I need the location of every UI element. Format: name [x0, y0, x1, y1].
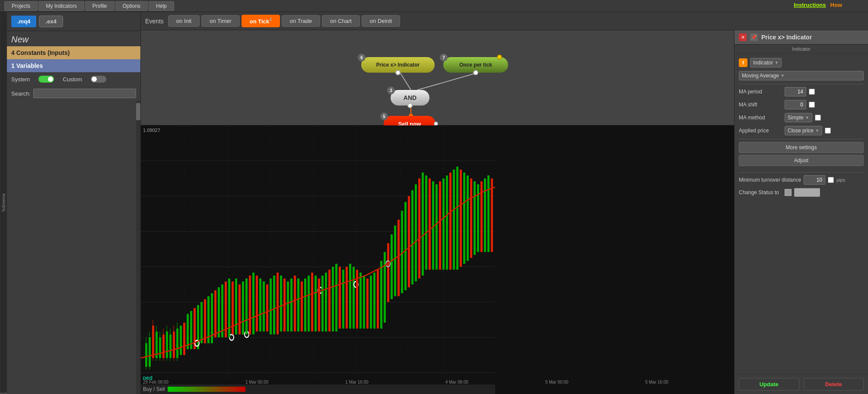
tab-on-chart[interactable]: on Chart: [322, 15, 360, 27]
tab-on-trade[interactable]: on Trade: [282, 15, 320, 27]
node-6-number: 6: [358, 54, 366, 61]
svg-rect-110: [408, 196, 410, 287]
update-button[interactable]: Update: [739, 378, 799, 391]
date-0: 29 Feb 08:00: [143, 380, 169, 384]
node-and[interactable]: 3 AND: [391, 90, 429, 106]
svg-rect-40: [187, 314, 189, 349]
panel-title: Price x> Indicator: [761, 34, 812, 41]
system-label: System: [11, 76, 30, 83]
menu-profile[interactable]: Profile: [85, 1, 114, 11]
indicator-dropdown-arrow: ▼: [775, 61, 779, 65]
separator-2: [739, 139, 864, 139]
node-price-indicator[interactable]: 6 Price x> Indicator: [361, 57, 435, 73]
ex4-button[interactable]: .ex4: [39, 16, 63, 27]
svg-line-0: [400, 73, 411, 90]
min-turnover-input[interactable]: [804, 175, 825, 185]
tab-tick-number: 4: [269, 17, 272, 22]
svg-rect-73: [290, 279, 293, 332]
panel-footer: Update Delete: [734, 374, 868, 394]
change-status-checkbox[interactable]: [785, 189, 792, 196]
events-label: Events: [145, 18, 164, 25]
tab-on-init[interactable]: on Init: [168, 15, 200, 27]
svg-rect-75: [297, 279, 299, 332]
tab-on-timer[interactable]: on Timer: [201, 15, 240, 27]
svg-rect-70: [280, 275, 282, 331]
date-1: 1 Mar 00:00: [245, 380, 268, 384]
ma-shift-checkbox[interactable]: [809, 102, 815, 108]
panel-pin-button[interactable]: 📌: [750, 33, 758, 41]
constants-section[interactable]: 4 Constants (Inputs): [7, 46, 140, 59]
separator-1: [739, 84, 864, 84]
delete-button[interactable]: Delete: [804, 378, 864, 391]
search-input[interactable]: [33, 89, 136, 98]
indicator-icon: f: [739, 58, 747, 67]
ma-shift-input[interactable]: [785, 100, 806, 109]
ma-type-row: Moving Average ▼: [739, 71, 864, 80]
system-toggle-knob: [48, 77, 53, 82]
toggle-row: System Custom: [7, 72, 140, 86]
mq4-button[interactable]: .mq4: [11, 16, 36, 27]
search-row: Search:: [7, 86, 140, 101]
svg-line-1: [417, 73, 478, 90]
top-right-links: Instructions How: [794, 2, 842, 8]
scrollbar-thumb[interactable]: [136, 103, 140, 120]
node-once-per-tick-output: [473, 70, 478, 75]
how-link[interactable]: How: [830, 2, 842, 8]
ma-type-dropdown[interactable]: Moving Average ▼: [739, 71, 864, 80]
svg-rect-132: [484, 179, 486, 252]
svg-rect-116: [429, 179, 431, 270]
date-4: 5 Mar 00:00: [545, 380, 568, 384]
tab-on-tick[interactable]: on Tick4: [242, 15, 280, 27]
svg-rect-77: [304, 279, 306, 332]
system-toggle[interactable]: [38, 76, 54, 83]
variables-section[interactable]: 1 Variables: [7, 59, 140, 72]
node-7-number: 7: [440, 54, 448, 61]
panel-close-button[interactable]: ✕: [739, 33, 747, 41]
ma-method-dropdown[interactable]: Simple ▼: [785, 113, 812, 122]
node-and-label: AND: [404, 94, 417, 101]
svg-rect-114: [422, 173, 424, 275]
tab-on-deinit[interactable]: on Deinit: [362, 15, 400, 27]
sidebar-scroll: [7, 101, 140, 394]
svg-rect-58: [238, 285, 241, 335]
svg-rect-51: [214, 290, 216, 337]
price-label: 1.09027: [143, 128, 160, 133]
ma-method-row: MA method Simple ▼: [739, 113, 864, 122]
min-turnover-label: Minimum turnover distance: [739, 177, 801, 183]
buysell-indicator: [168, 387, 245, 392]
svg-rect-69: [277, 272, 279, 334]
menu-help[interactable]: Help: [149, 1, 174, 11]
min-turnover-row: Minimum turnover distance pips: [739, 175, 864, 185]
node-price-indicator-label: Price x> Indicator: [376, 62, 420, 68]
search-label: Search:: [11, 90, 31, 97]
svg-rect-124: [456, 167, 458, 269]
change-status-input[interactable]: [794, 188, 820, 197]
svg-rect-113: [418, 179, 420, 279]
svg-rect-88: [339, 267, 341, 329]
scrollbar-track[interactable]: [136, 101, 140, 394]
ma-period-input[interactable]: [785, 87, 806, 96]
menu-my-indicators[interactable]: My Indicators: [38, 1, 84, 11]
svg-rect-64: [259, 279, 261, 332]
ma-period-checkbox[interactable]: [809, 89, 815, 95]
menu-options[interactable]: Options: [115, 1, 148, 11]
svg-rect-119: [439, 181, 441, 269]
applied-price-checkbox[interactable]: [825, 128, 831, 134]
indicator-type-dropdown[interactable]: Indicator ▼: [750, 58, 782, 67]
min-turnover-checkbox[interactable]: [828, 177, 834, 183]
node-once-per-tick-config-dot[interactable]: [497, 54, 502, 60]
node-3-number: 3: [387, 86, 395, 94]
node-once-per-tick[interactable]: 7 Once per tick: [443, 57, 508, 73]
adjust-button[interactable]: Adjust: [739, 155, 864, 166]
more-settings-button[interactable]: More settings: [739, 142, 864, 153]
panel-header: ✕ 📌 Price x> Indicator: [734, 30, 868, 45]
menu-projects[interactable]: Projects: [4, 1, 38, 11]
svg-rect-121: [446, 176, 448, 270]
svg-rect-133: [487, 176, 490, 252]
svg-rect-78: [308, 275, 310, 331]
applied-price-dropdown[interactable]: Close price ▼: [785, 126, 822, 135]
instructions-link[interactable]: Instructions: [794, 2, 826, 8]
custom-toggle[interactable]: [91, 76, 106, 83]
ma-method-checkbox[interactable]: [815, 115, 821, 121]
svg-rect-105: [391, 234, 393, 299]
